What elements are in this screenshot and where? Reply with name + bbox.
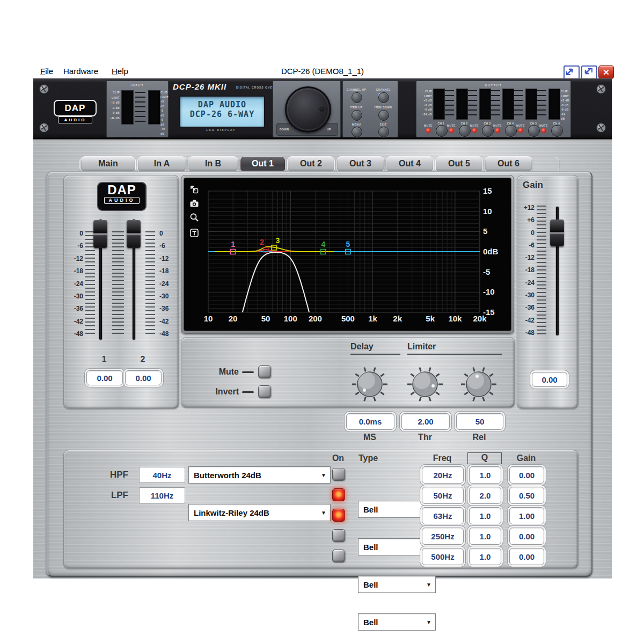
import-settings-button[interactable]	[581, 65, 597, 80]
channel-2-button[interactable]	[459, 125, 471, 137]
invert-toggle-button[interactable]	[258, 385, 271, 398]
eq-row-2-q[interactable]: 2.0	[469, 487, 501, 504]
tab-in-a[interactable]: In A	[137, 156, 186, 171]
output-meter	[433, 89, 445, 120]
input-meter-1	[121, 90, 134, 125]
item-up-button[interactable]	[352, 110, 362, 121]
tab-out-5[interactable]: Out 5	[435, 156, 483, 171]
limiter-rel-value[interactable]: 50	[456, 413, 503, 430]
wheel-up-label: UP	[327, 127, 331, 132]
graph-screen[interactable]: 123451020501002005001k2k5k10k20k151050dB…	[184, 178, 511, 331]
svg-text:10k: 10k	[448, 314, 462, 323]
hpf-type-dropdown[interactable]: Butterworth 24dB▼	[188, 466, 331, 484]
channel-up-button[interactable]	[352, 92, 362, 103]
channel-4-button[interactable]	[505, 125, 517, 137]
menu-button[interactable]	[352, 127, 362, 137]
pan-tool-icon[interactable]	[189, 184, 200, 195]
dap-logo-text: DAP	[98, 183, 145, 197]
lpf-freq-value[interactable]: 110Hz	[139, 487, 185, 503]
eq-row-3-gain[interactable]: 1.00	[509, 507, 544, 524]
tab-out-2[interactable]: Out 2	[287, 156, 335, 171]
tab-out-1[interactable]: Out 1	[240, 156, 286, 171]
mute-label: MUTE	[516, 123, 525, 128]
exit-button[interactable]	[378, 127, 389, 137]
jog-wheel[interactable]	[285, 86, 331, 133]
channel-6-button[interactable]	[551, 125, 563, 137]
jog-wheel-dot	[319, 107, 324, 112]
limiter-threshold-knob[interactable]	[406, 365, 444, 404]
application-window: File Hardware Help DCP-26 (DEMO8_1_1) ✕ …	[0, 0, 644, 644]
eq-row-1-freq[interactable]: 20Hz	[422, 466, 464, 484]
mute-led	[426, 128, 430, 133]
close-button[interactable]: ✕	[598, 65, 614, 79]
eq-row-2-on-button[interactable]	[332, 488, 345, 501]
item-up-label: ITEM UP	[344, 105, 369, 110]
tab-out-6[interactable]: Out 6	[485, 156, 532, 171]
export-settings-button[interactable]	[564, 65, 580, 80]
channel-5-button[interactable]	[528, 125, 540, 137]
snapshot-tool-icon[interactable]	[189, 198, 200, 209]
fader-2-value[interactable]: 0.00	[125, 370, 162, 385]
eq-row-3-type-dropdown[interactable]: Bell▼	[358, 576, 436, 593]
tab-main[interactable]: Main	[80, 156, 136, 171]
delay-knob[interactable]	[350, 365, 389, 404]
channel-controls-panel: Mute Invert Delay Limiter	[181, 337, 515, 408]
hpf-type-value: Butterworth 24dB	[194, 471, 261, 480]
eq-row-3-q[interactable]: 1.0	[469, 507, 501, 524]
delay-underline	[350, 354, 400, 355]
eq-row-1-on-button[interactable]	[332, 468, 345, 481]
channel-1-button[interactable]	[436, 125, 448, 137]
gain-value[interactable]: 0.00	[532, 372, 567, 387]
mute-label: MUTE	[539, 123, 548, 128]
fader-1-handle[interactable]	[93, 220, 107, 248]
eq-row-2-gain[interactable]: 0.50	[509, 487, 544, 504]
eq-row-4-on-button[interactable]	[332, 529, 345, 542]
limiter-thr-value[interactable]: 2.00	[401, 413, 450, 430]
menu-help[interactable]: Help	[112, 67, 128, 76]
eq-row-2-freq[interactable]: 50Hz	[422, 487, 464, 504]
text-tool-icon[interactable]	[189, 228, 200, 238]
hpf-freq-value[interactable]: 40Hz	[139, 467, 185, 483]
screw-icon	[39, 84, 49, 94]
lpf-type-dropdown[interactable]: Linkwitz-Riley 24dB▼	[188, 504, 331, 521]
eq-row-5-freq[interactable]: 500Hz	[422, 548, 464, 565]
window-title: DCP-26 (DEMO8_1_1)	[194, 67, 451, 76]
mute-toggle-button[interactable]	[258, 365, 271, 378]
channel-3-button[interactable]	[482, 125, 494, 137]
eq-row-5-gain[interactable]: 0.00	[509, 548, 544, 565]
limiter-release-knob[interactable]	[459, 365, 498, 404]
eq-row-1-q[interactable]: 1.0	[469, 466, 501, 484]
eq-row-4-gain[interactable]: 0.00	[509, 528, 544, 545]
arrow-in-icon	[583, 67, 594, 76]
limiter-underline	[407, 354, 502, 355]
eq-row-4-type-dropdown[interactable]: Bell▼	[358, 613, 436, 631]
output-meter-ticks	[514, 90, 523, 117]
eq-row-4-freq[interactable]: 250Hz	[422, 528, 464, 545]
output-label: OUTPUT	[416, 83, 570, 88]
eq-row-1-gain[interactable]: 0.00	[509, 466, 544, 484]
tab-in-b[interactable]: In B	[188, 156, 238, 171]
menu-hardware[interactable]: Hardware	[63, 67, 98, 76]
fader-1-value[interactable]: 0.00	[86, 370, 123, 385]
svg-text:15: 15	[483, 186, 492, 195]
eq-row-3-freq[interactable]: 63Hz	[422, 507, 464, 524]
eq-row-5-on-button[interactable]	[332, 550, 345, 562]
channel-down-button[interactable]	[378, 92, 389, 103]
tab-out-3[interactable]: Out 3	[336, 156, 384, 171]
gain-fader-handle[interactable]	[550, 219, 564, 246]
gain-panel: Gain +12+60-6-12-18-24-30-36-42-48 0.00	[517, 175, 579, 409]
menu-file[interactable]: File	[40, 67, 53, 76]
item-down-button[interactable]	[378, 110, 389, 121]
fader-2-handle[interactable]	[127, 220, 141, 248]
mute-label: MUTE	[493, 123, 502, 128]
svg-text:-5: -5	[483, 267, 490, 276]
eq-row-4-q[interactable]: 1.0	[469, 528, 501, 545]
eq-row-3-on-button[interactable]	[332, 509, 345, 522]
delay-ms-value[interactable]: 0.0ms	[346, 413, 394, 430]
limiter-section-label: Limiter	[407, 342, 436, 352]
eq-header-on: On	[330, 453, 346, 463]
tab-out-4[interactable]: Out 4	[386, 156, 434, 171]
mute-led	[495, 128, 500, 133]
eq-row-5-q[interactable]: 1.0	[469, 548, 501, 565]
zoom-tool-icon[interactable]	[189, 212, 200, 223]
